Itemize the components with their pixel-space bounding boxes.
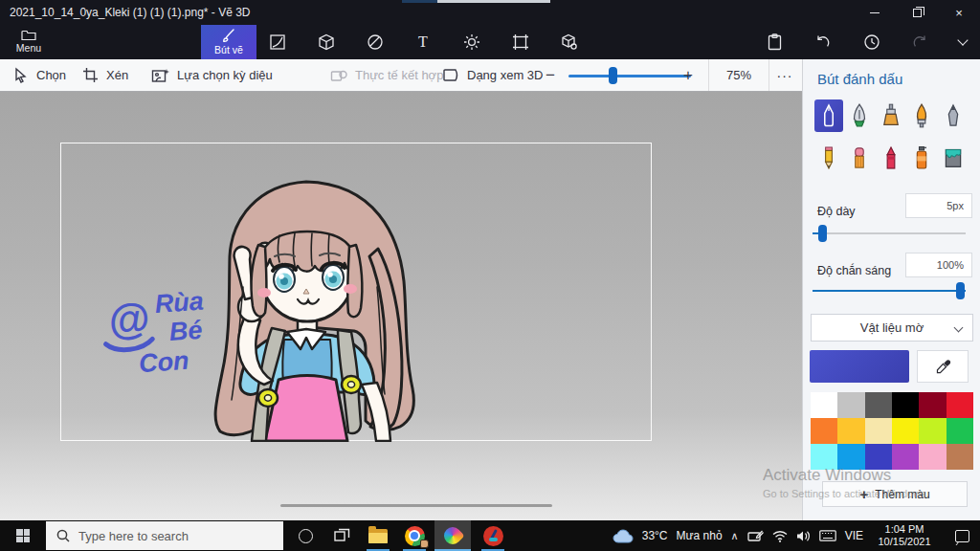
palette-swatch[interactable] <box>947 392 973 418</box>
palette-swatch[interactable] <box>947 418 973 444</box>
calligraphy-pen-icon <box>849 102 870 129</box>
palette-swatch[interactable] <box>947 444 973 470</box>
restore-button[interactable] <box>896 0 938 25</box>
crop-tool[interactable]: Xén <box>82 59 128 91</box>
palette-swatch[interactable] <box>892 392 919 418</box>
brush-panel: Bút đánh dấu <box>802 59 980 520</box>
stickers-button[interactable] <box>364 31 387 54</box>
palette-swatch[interactable] <box>919 392 946 418</box>
chevron-down-icon <box>957 34 968 45</box>
brush-calligraphy-pen[interactable] <box>845 99 874 132</box>
drawing-canvas[interactable]: @ Rùa Bé Con <box>60 143 652 441</box>
zoom-slider-track[interactable] <box>568 75 691 77</box>
brush-fill-bucket[interactable] <box>939 142 968 174</box>
wifi-icon[interactable] <box>772 530 788 542</box>
text-tool-button[interactable]: T <box>412 31 434 54</box>
select-tool[interactable]: Chọn <box>13 59 66 91</box>
2d-shapes-icon <box>269 33 286 51</box>
stickers-icon <box>367 33 384 51</box>
brush-eraser[interactable] <box>845 142 874 174</box>
tray-chevron-icon[interactable]: ∧ <box>731 530 739 542</box>
touch-keyboard-icon[interactable] <box>819 530 836 541</box>
horizontal-scrollbar[interactable] <box>280 504 552 507</box>
character-body <box>215 182 413 441</box>
red-app-icon <box>483 526 503 546</box>
pen-input-icon[interactable] <box>747 530 764 542</box>
palette-swatch[interactable] <box>865 392 892 418</box>
palette-swatch[interactable] <box>919 444 946 470</box>
language-indicator[interactable]: VIE <box>845 529 863 542</box>
add-color-button[interactable]: + Thêm màu <box>822 481 968 507</box>
folder-icon <box>21 29 36 41</box>
paste-button[interactable] <box>763 31 786 54</box>
2d-shapes-button[interactable] <box>266 31 289 54</box>
taskbar-search-input[interactable]: Type here to search <box>46 521 283 550</box>
tray-weather-condition[interactable]: Mưa nhỏ <box>677 529 723 542</box>
signature-line-2: Bé <box>168 316 204 346</box>
canvas-button[interactable] <box>509 31 532 54</box>
taskbar-red-app[interactable] <box>479 520 507 551</box>
tray-temperature[interactable]: 33°C <box>642 529 668 542</box>
palette-swatch[interactable] <box>811 392 837 418</box>
brush-pixel-pen[interactable] <box>939 99 968 132</box>
zoom-slider-thumb[interactable] <box>609 67 617 84</box>
palette-swatch[interactable] <box>865 418 892 444</box>
palette-swatch[interactable] <box>811 444 837 470</box>
view-3d-tool[interactable]: Dạng xem 3D <box>442 59 543 91</box>
opacity-slider-thumb[interactable] <box>956 282 965 299</box>
palette-swatch[interactable] <box>811 418 837 444</box>
material-dropdown[interactable]: Vật liệu mờ <box>811 314 973 342</box>
canvas-signature: @ Rùa Bé Con <box>102 287 209 381</box>
brush-marker[interactable] <box>814 99 843 132</box>
taskbar-clock[interactable]: 1:04 PM 10/15/2021 <box>872 523 937 548</box>
history-button[interactable] <box>860 31 883 54</box>
3d-library-button[interactable] <box>558 31 581 54</box>
undo-button[interactable] <box>812 31 835 54</box>
paint3d-icon <box>440 523 464 547</box>
brush-oil-brush[interactable] <box>907 99 936 132</box>
zoom-in-button[interactable]: + <box>683 59 693 91</box>
pencil-icon <box>818 144 839 171</box>
zoom-level-value[interactable]: 75% <box>708 59 769 91</box>
taskbar-chrome[interactable] <box>400 520 429 551</box>
action-center-button[interactable] <box>946 520 978 551</box>
thickness-slider-thumb[interactable] <box>818 225 827 242</box>
current-color-swatch[interactable] <box>810 350 909 383</box>
magic-select-tool[interactable]: Lựa chọn kỳ diệu <box>151 59 273 91</box>
eyedropper-button[interactable] <box>917 350 969 383</box>
brush-pencil[interactable] <box>814 142 843 174</box>
magic-select-label: Lựa chọn kỳ diệu <box>177 68 273 82</box>
task-view-button[interactable] <box>327 520 356 551</box>
opacity-value[interactable]: 100% <box>905 253 972 277</box>
palette-swatch[interactable] <box>837 444 864 470</box>
minimize-button[interactable] <box>854 0 896 25</box>
more-options-button[interactable]: ··· <box>771 59 798 91</box>
palette-swatch[interactable] <box>892 444 919 470</box>
palette-swatch[interactable] <box>865 444 892 470</box>
close-button[interactable]: × <box>938 0 980 25</box>
brush-crayon[interactable] <box>877 142 905 174</box>
speaker-icon[interactable] <box>796 530 811 542</box>
brush-spray-can[interactable] <box>907 142 936 174</box>
thickness-slider[interactable] <box>813 224 966 243</box>
brush-tool-tab[interactable]: Bút vẽ <box>201 25 256 59</box>
cursor-overlay-icon <box>420 540 429 548</box>
palette-swatch[interactable] <box>892 418 919 444</box>
brush-paint-brush[interactable] <box>877 99 905 132</box>
opacity-slider[interactable] <box>813 281 966 300</box>
palette-swatch[interactable] <box>837 392 864 418</box>
effects-button[interactable] <box>460 31 483 54</box>
taskbar-paint3d[interactable] <box>434 520 471 551</box>
taskbar-file-explorer[interactable] <box>364 520 392 551</box>
thickness-value[interactable]: 5px <box>905 193 972 218</box>
3d-shapes-button[interactable] <box>315 31 338 54</box>
zoom-out-button[interactable]: − <box>546 59 555 91</box>
start-button[interactable] <box>0 520 46 551</box>
mixed-reality-label: Thực tế kết hợp <box>355 68 443 82</box>
menu-button[interactable]: Menu <box>8 27 50 58</box>
cortana-button[interactable] <box>291 520 320 551</box>
expand-toolbar-button[interactable] <box>951 31 974 54</box>
palette-swatch[interactable] <box>837 418 864 444</box>
zoom-slider[interactable] <box>568 59 691 91</box>
palette-swatch[interactable] <box>919 418 946 444</box>
